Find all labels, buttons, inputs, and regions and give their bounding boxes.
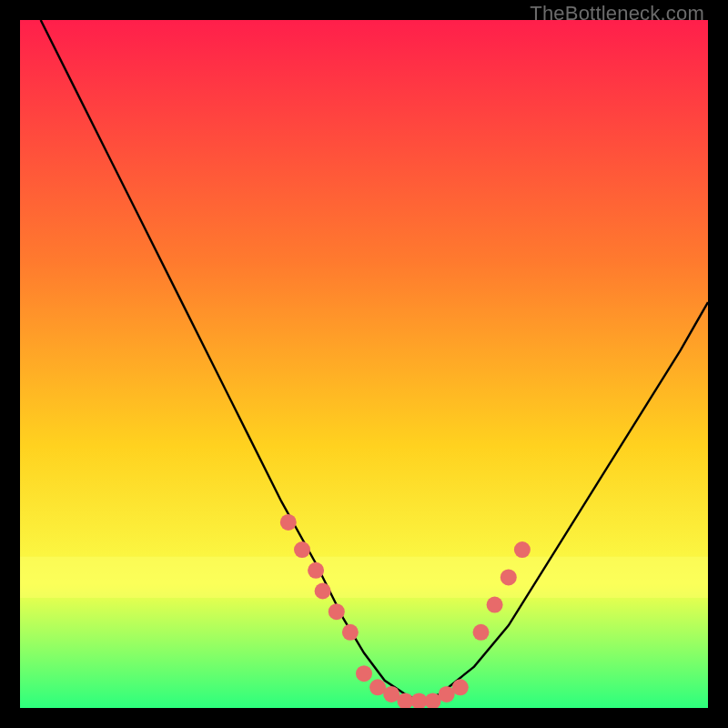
yellow-highlight-band bbox=[20, 557, 708, 598]
watermark-text: TheBottleneck.com bbox=[530, 2, 704, 25]
data-dot bbox=[280, 514, 297, 531]
gradient-background bbox=[20, 20, 708, 708]
data-dot bbox=[342, 624, 359, 641]
data-dot bbox=[315, 583, 331, 600]
data-dot bbox=[356, 665, 372, 682]
data-dot bbox=[294, 541, 310, 558]
data-dot bbox=[487, 597, 503, 613]
data-dot bbox=[452, 679, 469, 695]
data-dot bbox=[500, 569, 517, 585]
bottleneck-plot bbox=[20, 20, 708, 708]
data-dot bbox=[308, 562, 324, 579]
data-dot bbox=[514, 541, 531, 558]
data-dot bbox=[473, 624, 490, 641]
plot-frame bbox=[20, 20, 708, 708]
data-dot bbox=[329, 603, 345, 620]
